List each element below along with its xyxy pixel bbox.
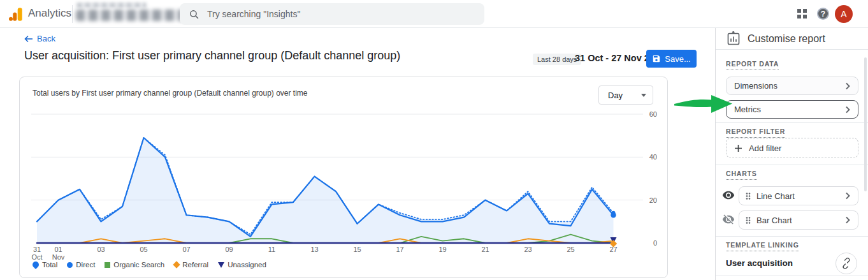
pin-marker-icon (31, 260, 40, 269)
line-chart-visibility-toggle[interactable] (722, 189, 735, 202)
legend-item-organic-search[interactable]: Organic Search (105, 261, 164, 269)
section-divider (716, 165, 868, 165)
panel-title: Customise report (748, 33, 825, 45)
add-filter-label: Add filter (749, 144, 781, 153)
link-off-icon (841, 258, 852, 269)
svg-text:11: 11 (268, 246, 275, 253)
chart-legend: TotalDirectOrganic SearchReferralUnassig… (33, 261, 266, 269)
chart-card: Total users by First user primary channe… (19, 77, 668, 278)
diamond-marker-icon (173, 261, 180, 268)
svg-text:19: 19 (438, 246, 446, 253)
legend-label: Organic Search (113, 261, 164, 269)
legend-item-direct[interactable]: Direct (67, 261, 95, 269)
add-filter-button[interactable]: Add filter (726, 138, 858, 158)
section-divider (716, 122, 868, 123)
svg-text:07: 07 (182, 246, 190, 253)
bar-chart-label: Bar Chart (756, 216, 837, 225)
section-divider (716, 276, 868, 276)
analytics-logo-icon[interactable] (8, 6, 24, 22)
chevron-right-icon (843, 81, 853, 91)
date-range-badge: Last 28 days (533, 54, 581, 65)
back-arrow-icon (24, 35, 33, 43)
legend-item-unassigned[interactable]: Unassigned (218, 261, 266, 269)
topbar: Analytics Try searching "Insights" ? A (0, 0, 868, 28)
avatar[interactable]: A (835, 5, 853, 23)
svg-text:01: 01 (54, 246, 62, 253)
template-linking-heading: TEMPLATE LINKING (726, 241, 799, 251)
svg-text:05: 05 (140, 246, 147, 253)
search-icon (189, 9, 199, 20)
ga-analytics-app: Analytics Try searching "Insights" ? A B… (0, 0, 868, 280)
panel-header: Customise report (716, 28, 868, 50)
save-icon (652, 54, 661, 63)
account-path-redacted (76, 3, 147, 8)
unlink-template-button[interactable] (835, 253, 857, 274)
apps-grid-icon[interactable] (797, 9, 807, 19)
plus-icon (734, 144, 742, 152)
panel-scrollbar[interactable] (864, 57, 867, 191)
svg-text:Nov: Nov (52, 253, 65, 261)
customise-report-panel: Customise report REPORT DATA Dimensions … (715, 28, 868, 280)
template-name: User acquisition (726, 258, 793, 268)
chevron-right-icon (843, 191, 853, 201)
dimensions-button[interactable]: Dimensions (726, 77, 858, 95)
svg-text:13: 13 (310, 246, 318, 253)
legend-item-referral[interactable]: Referral (174, 261, 208, 269)
line-chart-svg: 020406031Oct01Nov03050709111315171921232… (20, 77, 669, 279)
metrics-button[interactable]: Metrics (726, 100, 858, 119)
svg-text:31: 31 (33, 246, 41, 253)
search-input[interactable]: Try searching "Insights" (180, 3, 484, 25)
line-chart-label: Line Chart (756, 191, 837, 201)
section-divider (716, 236, 868, 237)
bar-chart-visibility-toggle[interactable] (722, 213, 735, 226)
charts-heading: CHARTS (726, 170, 757, 180)
svg-text:09: 09 (225, 246, 233, 253)
drag-handle-icon[interactable] (746, 216, 751, 225)
back-label: Back (37, 34, 55, 43)
save-button[interactable]: Save... (646, 50, 697, 68)
customise-report-icon (726, 31, 741, 47)
legend-item-total[interactable]: Total (33, 261, 57, 269)
svg-text:15: 15 (353, 246, 361, 253)
direct-end-marker (611, 212, 616, 217)
legend-label: Unassigned (228, 261, 266, 269)
page-title: User acquisition: First user primary cha… (24, 49, 400, 63)
drag-handle-icon[interactable] (746, 192, 751, 200)
legend-label: Total (42, 261, 57, 269)
search-placeholder: Try searching "Insights" (207, 9, 300, 19)
svg-text:17: 17 (396, 246, 403, 253)
svg-text:0: 0 (653, 239, 657, 247)
topbar-divider (72, 5, 73, 23)
save-label: Save... (665, 54, 690, 64)
report-data-heading: REPORT DATA (726, 60, 779, 70)
svg-text:40: 40 (649, 153, 657, 161)
svg-text:Oct: Oct (31, 253, 42, 261)
svg-text:25: 25 (567, 246, 574, 253)
square-marker-icon (105, 262, 110, 268)
back-button[interactable]: Back (24, 34, 55, 43)
svg-text:03: 03 (97, 246, 105, 253)
legend-label: Referral (182, 261, 208, 269)
circle-marker-icon (67, 262, 73, 268)
chevron-right-icon (843, 215, 853, 225)
metrics-label: Metrics (734, 105, 761, 114)
legend-label: Direct (76, 261, 95, 269)
svg-text:20: 20 (649, 196, 657, 204)
bar-chart-row[interactable]: Bar Chart (739, 210, 858, 230)
help-icon[interactable]: ? (817, 8, 829, 20)
triangle-down-marker-icon (218, 262, 224, 268)
eye-off-icon (722, 213, 735, 226)
chevron-right-icon (843, 105, 853, 115)
svg-text:60: 60 (649, 110, 657, 118)
dimensions-label: Dimensions (734, 81, 778, 91)
product-name: Analytics (28, 7, 71, 20)
eye-icon (722, 189, 735, 202)
svg-text:23: 23 (524, 246, 532, 253)
report-filter-heading: REPORT FILTER (726, 128, 785, 138)
line-chart-row[interactable]: Line Chart (739, 186, 858, 205)
svg-text:21: 21 (481, 246, 489, 253)
